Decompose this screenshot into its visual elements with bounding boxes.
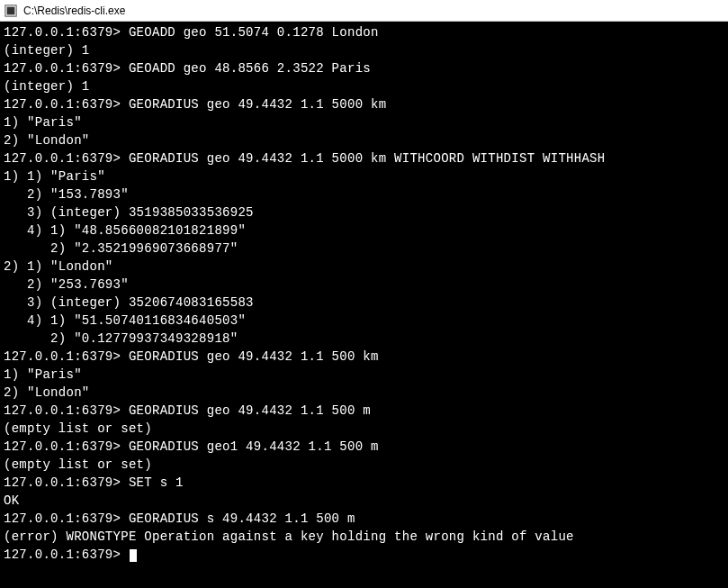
terminal-line: 2) "0.12779937349328918" <box>4 330 724 348</box>
terminal-line: 127.0.0.1:6379> SET s 1 <box>4 474 724 492</box>
terminal-line: 2) 1) "London" <box>4 258 724 276</box>
terminal-line: 2) "London" <box>4 131 724 149</box>
terminal-line: 3) (integer) 3519385033536925 <box>4 204 724 222</box>
terminal-line: (empty list or set) <box>4 456 724 474</box>
svg-rect-1 <box>7 6 15 14</box>
terminal-line: 2) "2.35219969073668977" <box>4 240 724 258</box>
terminal-line: 2) "253.7693" <box>4 276 724 294</box>
terminal-line: 127.0.0.1:6379> GEORADIUS s 49.4432 1.1 … <box>4 510 724 528</box>
terminal-line: 1) "Paris" <box>4 113 724 131</box>
terminal-line: 127.0.0.1:6379> GEORADIUS geo 49.4432 1.… <box>4 348 724 366</box>
terminal-line: (error) WRONGTYPE Operation against a ke… <box>4 528 724 546</box>
terminal-line: 127.0.0.1:6379> GEORADIUS geo 49.4432 1.… <box>4 95 724 113</box>
terminal-line: 1) "Paris" <box>4 366 724 384</box>
cursor <box>130 549 137 562</box>
terminal-line: 127.0.0.1:6379> GEOADD geo 48.8566 2.352… <box>4 59 724 77</box>
terminal-line: 4) 1) "51.50740116834640503" <box>4 312 724 330</box>
terminal-line: (empty list or set) <box>4 420 724 438</box>
terminal-line: 2) "153.7893" <box>4 185 724 204</box>
terminal-line: 127.0.0.1:6379> GEOADD geo 51.5074 0.127… <box>4 23 724 41</box>
title-bar[interactable]: C:\Redis\redis-cli.exe <box>0 0 728 22</box>
terminal-line: (integer) 1 <box>4 41 724 59</box>
terminal-output[interactable]: 127.0.0.1:6379> GEOADD geo 51.5074 0.127… <box>0 22 728 588</box>
terminal-line: 127.0.0.1:6379> GEORADIUS geo 49.4432 1.… <box>4 149 724 167</box>
terminal-line: 2) "London" <box>4 384 724 402</box>
terminal-line: 127.0.0.1:6379> <box>4 546 724 564</box>
application-icon <box>4 4 18 18</box>
terminal-line: (integer) 1 <box>4 77 724 95</box>
terminal-line: 3) (integer) 3520674083165583 <box>4 294 724 312</box>
terminal-line: OK <box>4 492 724 510</box>
terminal-line: 1) 1) "Paris" <box>4 167 724 185</box>
title-bar-text: C:\Redis\redis-cli.exe <box>23 5 125 17</box>
terminal-line: 4) 1) "48.85660082101821899" <box>4 222 724 240</box>
terminal-line: 127.0.0.1:6379> GEORADIUS geo 49.4432 1.… <box>4 402 724 420</box>
terminal-line: 127.0.0.1:6379> GEORADIUS geo1 49.4432 1… <box>4 438 724 456</box>
terminal-window: C:\Redis\redis-cli.exe 127.0.0.1:6379> G… <box>0 0 728 588</box>
